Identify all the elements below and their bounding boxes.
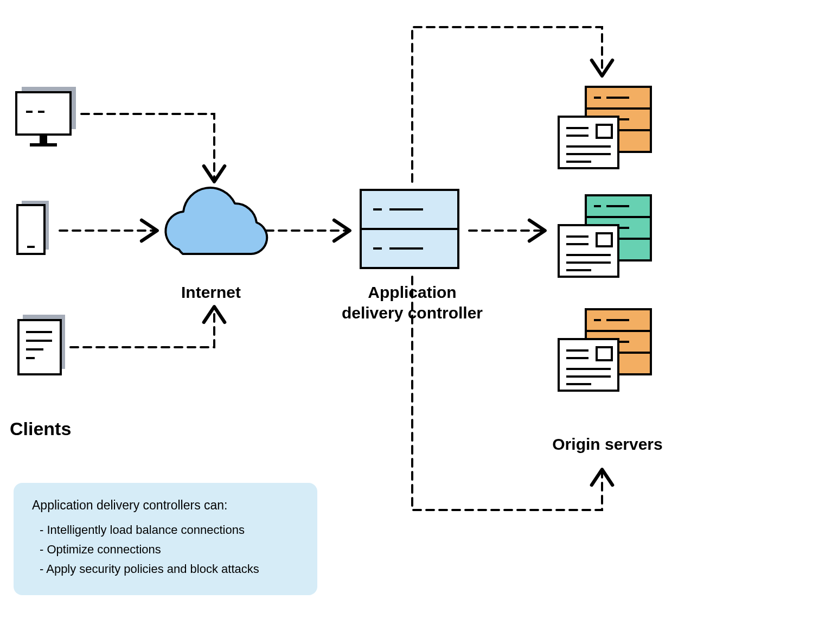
origin-server-1-icon <box>559 87 651 168</box>
svg-rect-57 <box>597 347 612 360</box>
svg-rect-3 <box>30 143 57 146</box>
callout-item-1: - Intelligently load balance connections <box>32 520 299 540</box>
clients-label: Clients <box>10 417 71 441</box>
document-icon <box>18 315 65 374</box>
flow-arrows <box>60 27 602 510</box>
desktop-icon <box>16 87 76 146</box>
adc-icon <box>361 190 458 268</box>
origin-servers-label: Origin servers <box>532 434 683 455</box>
callout-box: Application delivery controllers can: - … <box>14 483 317 595</box>
arrow-desktop-to-internet <box>81 114 214 179</box>
callout-item-2: - Optimize connections <box>32 540 299 559</box>
callout-title: Application delivery controllers can: <box>32 498 299 513</box>
origin-server-2-icon <box>559 195 651 277</box>
svg-rect-29 <box>597 125 612 138</box>
svg-rect-10 <box>18 320 61 374</box>
adc-label: Application delivery controller <box>336 282 488 323</box>
callout-item-3: - Apply security policies and block atta… <box>32 559 299 579</box>
internet-label: Internet <box>168 282 254 303</box>
svg-rect-43 <box>597 233 612 246</box>
mobile-icon <box>17 201 49 254</box>
origin-server-3-icon <box>559 309 651 391</box>
svg-rect-2 <box>40 135 47 143</box>
cloud-icon <box>165 188 267 254</box>
svg-rect-1 <box>16 92 71 135</box>
arrow-document-to-internet <box>71 309 214 347</box>
